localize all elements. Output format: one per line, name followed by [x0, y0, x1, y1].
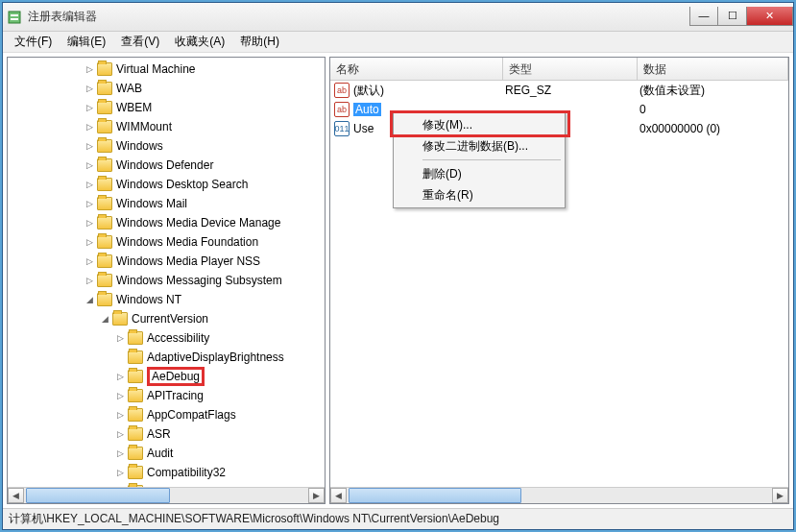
chevron-right-icon[interactable]: ▷ — [115, 333, 126, 344]
scroll-left-button[interactable]: ◀ — [330, 488, 347, 503]
menu-view[interactable]: 查看(V) — [113, 32, 167, 52]
chevron-right-icon[interactable]: ▷ — [84, 276, 95, 286]
list-header: 名称 类型 数据 — [330, 58, 788, 81]
ctx-modify-binary[interactable]: 修改二进制数据(B)... — [396, 135, 563, 157]
folder-icon — [97, 197, 112, 210]
chevron-right-icon[interactable]: ▷ — [84, 237, 95, 248]
tree-item-label: WBEM — [116, 101, 152, 114]
ctx-delete[interactable]: 删除(D) — [396, 163, 563, 184]
chevron-down-icon[interactable]: ◢ — [100, 314, 110, 325]
chevron-right-icon[interactable]: ▷ — [84, 103, 95, 113]
context-menu: 修改(M)... 修改二进制数据(B)... 删除(D) 重命名(R) — [393, 111, 566, 208]
folder-icon — [128, 447, 143, 460]
tree-item[interactable]: ▷Windows Media Player NSS — [8, 252, 325, 271]
scroll-right-button[interactable]: ▶ — [308, 488, 325, 503]
tree-item[interactable]: ▷Windows Media Device Manage — [8, 213, 325, 232]
chevron-right-icon[interactable]: ▷ — [84, 84, 95, 94]
chevron-right-icon[interactable]: ▷ — [115, 448, 126, 459]
menu-favorites[interactable]: 收藏夹(A) — [167, 32, 232, 52]
tree-item[interactable]: ▷Windows — [8, 136, 325, 156]
tree-item[interactable]: ▷Accessibility — [8, 328, 325, 348]
status-path: 计算机\HKEY_LOCAL_MACHINE\SOFTWARE\Microsof… — [9, 511, 499, 527]
tree-item-label: Windows Desktop Search — [116, 178, 248, 191]
tree-item[interactable]: ▷Windows Defender — [8, 156, 325, 175]
tree-scrollbar[interactable]: ◀ ▶ — [8, 487, 325, 503]
scroll-track[interactable] — [24, 488, 308, 503]
col-type[interactable]: 类型 — [503, 58, 638, 80]
folder-icon — [112, 312, 128, 326]
svg-rect-2 — [11, 18, 18, 20]
chevron-right-icon[interactable]: ▷ — [84, 218, 95, 229]
tree-item-label: Compatibility32 — [147, 466, 226, 479]
tree-item-label: Windows Media Device Manage — [116, 216, 280, 230]
chevron-right-icon[interactable]: ▷ — [84, 199, 95, 209]
tree-item-label: Accessibility — [147, 331, 209, 345]
value-name: (默认) — [353, 83, 384, 99]
chevron-right-icon[interactable]: ▷ — [84, 64, 95, 75]
value-name: Use — [353, 122, 374, 135]
list-body[interactable]: ab(默认)REG_SZ(数值未设置)abAuto0011UseDWORD0x0… — [330, 81, 788, 503]
scroll-thumb[interactable] — [349, 488, 521, 503]
col-name[interactable]: 名称 — [330, 58, 503, 80]
svg-rect-0 — [9, 12, 20, 23]
scroll-right-button[interactable]: ▶ — [772, 488, 788, 503]
tree-item[interactable]: ▷WAB — [8, 79, 325, 98]
chevron-right-icon[interactable]: ▷ — [115, 391, 126, 401]
folder-icon — [97, 62, 112, 76]
tree-item[interactable]: AdaptiveDisplayBrightness — [8, 348, 325, 367]
tree-item[interactable]: ▷AeDebug — [8, 367, 325, 386]
chevron-right-icon[interactable]: ▷ — [84, 180, 95, 190]
chevron-right-icon[interactable]: ▷ — [84, 122, 95, 133]
tree-item-label: Windows Mail — [116, 197, 187, 210]
chevron-right-icon[interactable]: ▷ — [84, 141, 95, 152]
tree-item-label: CurrentVersion — [132, 312, 208, 326]
tree-item[interactable]: ◢Windows NT — [8, 290, 325, 309]
tree-item-label: AdaptiveDisplayBrightness — [147, 351, 284, 364]
string-value-icon: ab — [334, 83, 350, 98]
chevron-right-icon[interactable]: ▷ — [115, 372, 126, 382]
titlebar[interactable]: 注册表编辑器 — ☐ ✕ — [3, 3, 793, 32]
value-row[interactable]: ab(默认)REG_SZ(数值未设置) — [330, 81, 788, 100]
svg-rect-1 — [11, 14, 18, 16]
tree-item[interactable]: ◢CurrentVersion — [8, 309, 325, 328]
tree-item[interactable]: ▷Windows Mail — [8, 194, 325, 213]
tree-item-label: AppCompatFlags — [147, 408, 236, 422]
tree-item[interactable]: ▷AppCompatFlags — [8, 405, 325, 424]
menu-help[interactable]: 帮助(H) — [232, 32, 287, 52]
tree-item[interactable]: ▷WBEM — [8, 98, 325, 117]
maximize-button[interactable]: ☐ — [718, 7, 747, 26]
app-icon — [7, 10, 22, 25]
chevron-down-icon[interactable]: ◢ — [84, 295, 95, 305]
chevron-right-icon[interactable]: ▷ — [84, 160, 95, 171]
value-type: REG_SZ — [503, 84, 638, 97]
folder-icon — [128, 370, 143, 383]
tree-item[interactable]: ▷WIMMount — [8, 117, 325, 136]
folder-icon — [128, 466, 143, 479]
tree-item[interactable]: ▷Windows Media Foundation — [8, 232, 325, 252]
tree-item[interactable]: ▷Windows Messaging Subsystem — [8, 271, 325, 290]
statusbar: 计算机\HKEY_LOCAL_MACHINE\SOFTWARE\Microsof… — [3, 508, 793, 529]
minimize-button[interactable]: — — [689, 7, 718, 26]
close-button[interactable]: ✕ — [747, 7, 793, 26]
list-scrollbar[interactable]: ◀ ▶ — [330, 487, 788, 503]
chevron-right-icon[interactable]: ▷ — [115, 410, 126, 421]
chevron-right-icon[interactable]: ▷ — [84, 256, 95, 267]
ctx-rename[interactable]: 重命名(R) — [396, 184, 563, 206]
tree-item[interactable]: ▷Compatibility32 — [8, 463, 325, 482]
scroll-thumb[interactable] — [26, 488, 170, 503]
tree-item[interactable]: ▷Virtual Machine — [8, 60, 325, 79]
ctx-modify[interactable]: 修改(M)... — [396, 114, 563, 135]
tree-item-label: Virtual Machine — [116, 62, 196, 76]
chevron-right-icon[interactable]: ▷ — [115, 468, 126, 478]
tree-item[interactable]: ▷Audit — [8, 444, 325, 463]
tree-item[interactable]: ▷APITracing — [8, 386, 325, 405]
chevron-right-icon[interactable]: ▷ — [115, 429, 126, 440]
scroll-left-button[interactable]: ◀ — [8, 488, 24, 503]
menu-edit[interactable]: 编辑(E) — [60, 32, 113, 52]
menu-file[interactable]: 文件(F) — [7, 32, 60, 52]
tree-item[interactable]: ▷Windows Desktop Search — [8, 175, 325, 194]
scroll-track[interactable] — [347, 488, 772, 503]
tree-item[interactable]: ▷ASR — [8, 424, 325, 444]
tree-pane[interactable]: ▷Virtual Machine▷WAB▷WBEM▷WIMMount▷Windo… — [7, 57, 326, 504]
col-data[interactable]: 数据 — [638, 58, 788, 80]
